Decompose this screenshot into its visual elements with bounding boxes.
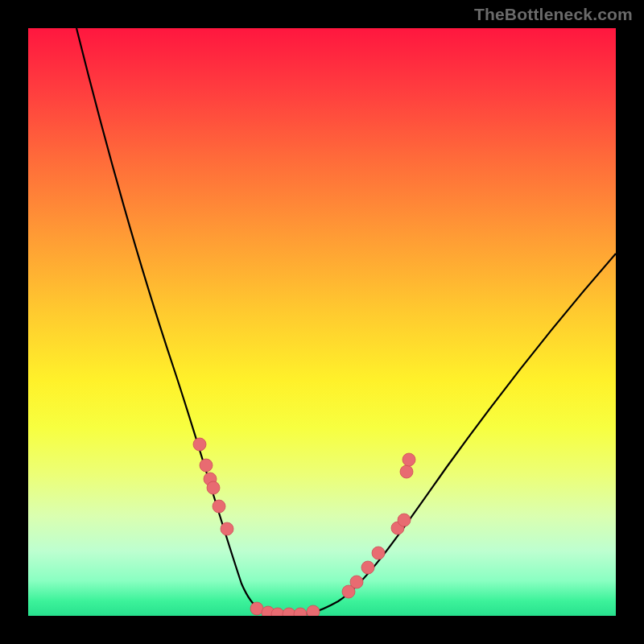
curve-marker: [221, 522, 233, 535]
curve-marker: [193, 438, 206, 451]
curve-marker: [372, 547, 385, 559]
bottleneck-curve: [76, 28, 616, 616]
curve-marker: [213, 500, 225, 513]
chart-overlay: [28, 28, 616, 616]
plot-area: [28, 28, 616, 616]
curve-marker: [402, 453, 415, 466]
curve-marker: [200, 459, 213, 472]
curve-marker: [283, 608, 295, 616]
curve-marker: [250, 602, 263, 615]
curve-marker: [400, 465, 413, 478]
curve-marker: [294, 608, 307, 616]
curve-marker: [207, 481, 220, 494]
curve-marker: [350, 576, 363, 588]
chart-frame: TheBottleneck.com: [0, 0, 644, 644]
curve-marker: [307, 605, 320, 616]
attribution-text: TheBottleneck.com: [474, 5, 633, 24]
curve-markers: [193, 438, 415, 616]
curve-marker: [398, 514, 411, 526]
curve-marker: [361, 561, 374, 574]
